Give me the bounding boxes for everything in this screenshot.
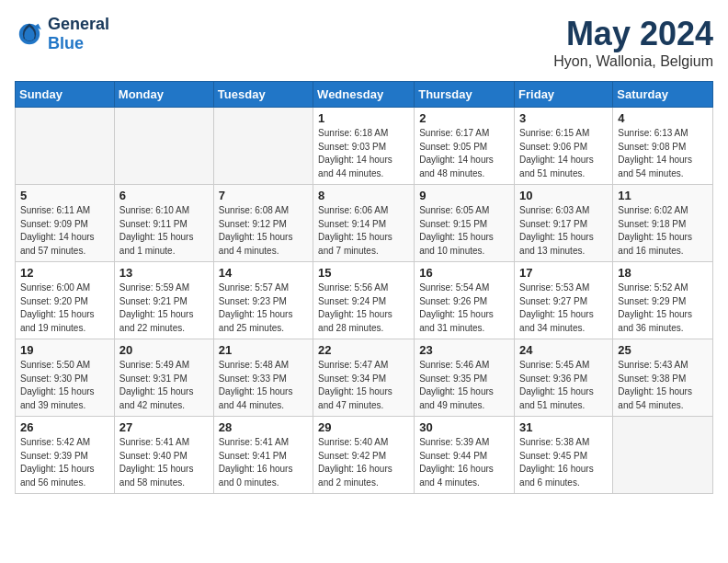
day-info: Sunrise: 5:57 AMSunset: 9:23 PMDaylight:… — [219, 282, 308, 335]
day-info: Sunrise: 6:05 AMSunset: 9:15 PMDaylight:… — [419, 204, 509, 258]
calendar-cell: 23Sunrise: 5:46 AMSunset: 9:35 PMDayligh… — [415, 339, 515, 417]
page-header: General Blue May 2024 Hyon, Wallonia, Be… — [15, 15, 713, 70]
calendar-cell — [114, 108, 213, 185]
calendar-week-row: 26Sunrise: 5:42 AMSunset: 9:39 PMDayligh… — [16, 417, 713, 494]
day-info: Sunrise: 5:40 AMSunset: 9:42 PMDaylight:… — [318, 436, 409, 489]
day-info: Sunrise: 5:53 AMSunset: 9:27 PMDaylight:… — [519, 282, 608, 335]
day-number: 5 — [20, 189, 109, 202]
day-info: Sunrise: 5:41 AMSunset: 9:40 PMDaylight:… — [119, 436, 209, 489]
calendar-cell: 3Sunrise: 6:15 AMSunset: 9:06 PMDaylight… — [515, 108, 613, 185]
calendar-cell: 5Sunrise: 6:11 AMSunset: 9:09 PMDaylight… — [16, 185, 115, 262]
day-info: Sunrise: 5:59 AMSunset: 9:21 PMDaylight:… — [119, 282, 209, 335]
day-number: 17 — [519, 266, 608, 280]
calendar-cell — [16, 108, 115, 185]
day-info: Sunrise: 5:39 AMSunset: 9:44 PMDaylight:… — [419, 436, 509, 489]
day-number: 18 — [618, 266, 708, 280]
day-number: 10 — [519, 189, 608, 202]
calendar-cell: 2Sunrise: 6:17 AMSunset: 9:05 PMDaylight… — [415, 108, 515, 185]
day-info: Sunrise: 6:13 AMSunset: 9:08 PMDaylight:… — [618, 127, 708, 180]
calendar-cell: 13Sunrise: 5:59 AMSunset: 9:21 PMDayligh… — [114, 262, 213, 339]
calendar-cell: 28Sunrise: 5:41 AMSunset: 9:41 PMDayligh… — [213, 417, 313, 494]
logo-text: General Blue — [48, 15, 109, 53]
calendar-cell: 15Sunrise: 5:56 AMSunset: 9:24 PMDayligh… — [313, 262, 415, 339]
calendar-cell: 16Sunrise: 5:54 AMSunset: 9:26 PMDayligh… — [415, 262, 515, 339]
calendar-table: SundayMondayTuesdayWednesdayThursdayFrid… — [15, 81, 713, 494]
day-number: 12 — [20, 266, 109, 280]
day-number: 9 — [419, 189, 509, 202]
day-number: 30 — [419, 420, 509, 434]
day-info: Sunrise: 6:11 AMSunset: 9:09 PMDaylight:… — [20, 204, 109, 258]
day-number: 23 — [419, 343, 509, 357]
calendar-cell: 27Sunrise: 5:41 AMSunset: 9:40 PMDayligh… — [114, 417, 213, 494]
day-number: 6 — [119, 189, 209, 202]
logo-general: General — [48, 15, 109, 33]
day-number: 15 — [318, 266, 409, 280]
day-info: Sunrise: 5:49 AMSunset: 9:31 PMDaylight:… — [119, 359, 209, 412]
day-number: 27 — [119, 420, 209, 434]
day-number: 3 — [519, 111, 608, 125]
weekday-header: Saturday — [613, 82, 713, 108]
day-number: 11 — [618, 189, 708, 202]
day-number: 24 — [519, 343, 608, 357]
calendar-cell: 31Sunrise: 5:38 AMSunset: 9:45 PMDayligh… — [515, 417, 613, 494]
day-number: 21 — [219, 343, 308, 357]
calendar-cell: 20Sunrise: 5:49 AMSunset: 9:31 PMDayligh… — [114, 339, 213, 417]
day-info: Sunrise: 5:43 AMSunset: 9:38 PMDaylight:… — [618, 359, 708, 412]
calendar-cell: 29Sunrise: 5:40 AMSunset: 9:42 PMDayligh… — [313, 417, 415, 494]
logo-icon — [15, 19, 44, 49]
calendar-cell: 6Sunrise: 6:10 AMSunset: 9:11 PMDaylight… — [114, 185, 213, 262]
calendar-week-row: 5Sunrise: 6:11 AMSunset: 9:09 PMDaylight… — [16, 185, 713, 262]
calendar-cell: 30Sunrise: 5:39 AMSunset: 9:44 PMDayligh… — [415, 417, 515, 494]
day-number: 22 — [318, 343, 409, 357]
day-info: Sunrise: 6:15 AMSunset: 9:06 PMDaylight:… — [519, 127, 608, 180]
day-number: 2 — [419, 111, 509, 125]
day-number: 19 — [20, 343, 109, 357]
day-info: Sunrise: 5:47 AMSunset: 9:34 PMDaylight:… — [318, 359, 409, 412]
calendar-cell: 24Sunrise: 5:45 AMSunset: 9:36 PMDayligh… — [515, 339, 613, 417]
calendar-cell: 21Sunrise: 5:48 AMSunset: 9:33 PMDayligh… — [213, 339, 313, 417]
day-number: 31 — [519, 420, 608, 434]
day-number: 4 — [618, 111, 708, 125]
day-info: Sunrise: 6:06 AMSunset: 9:14 PMDaylight:… — [318, 204, 409, 258]
calendar-cell: 14Sunrise: 5:57 AMSunset: 9:23 PMDayligh… — [213, 262, 313, 339]
title-block: May 2024 Hyon, Wallonia, Belgium — [553, 15, 713, 70]
day-info: Sunrise: 6:18 AMSunset: 9:03 PMDaylight:… — [318, 127, 409, 180]
day-number: 20 — [119, 343, 209, 357]
day-number: 7 — [219, 189, 308, 202]
calendar-cell: 25Sunrise: 5:43 AMSunset: 9:38 PMDayligh… — [613, 339, 713, 417]
logo-blue: Blue — [48, 34, 84, 52]
weekday-header: Monday — [114, 82, 213, 108]
logo: General Blue — [15, 15, 109, 53]
day-number: 14 — [219, 266, 308, 280]
day-info: Sunrise: 6:03 AMSunset: 9:17 PMDaylight:… — [519, 204, 608, 258]
weekday-header: Wednesday — [313, 82, 415, 108]
day-info: Sunrise: 5:42 AMSunset: 9:39 PMDaylight:… — [20, 436, 109, 489]
day-number: 1 — [318, 111, 409, 125]
calendar-cell: 8Sunrise: 6:06 AMSunset: 9:14 PMDaylight… — [313, 185, 415, 262]
calendar-cell: 22Sunrise: 5:47 AMSunset: 9:34 PMDayligh… — [313, 339, 415, 417]
day-info: Sunrise: 5:38 AMSunset: 9:45 PMDaylight:… — [519, 436, 608, 489]
day-info: Sunrise: 6:10 AMSunset: 9:11 PMDaylight:… — [119, 204, 209, 258]
calendar-cell: 9Sunrise: 6:05 AMSunset: 9:15 PMDaylight… — [415, 185, 515, 262]
calendar-cell: 11Sunrise: 6:02 AMSunset: 9:18 PMDayligh… — [613, 185, 713, 262]
day-number: 16 — [419, 266, 509, 280]
day-info: Sunrise: 5:46 AMSunset: 9:35 PMDaylight:… — [419, 359, 509, 412]
day-info: Sunrise: 6:02 AMSunset: 9:18 PMDaylight:… — [618, 204, 708, 258]
calendar-cell: 1Sunrise: 6:18 AMSunset: 9:03 PMDaylight… — [313, 108, 415, 185]
day-info: Sunrise: 6:00 AMSunset: 9:20 PMDaylight:… — [20, 282, 109, 335]
calendar-cell: 19Sunrise: 5:50 AMSunset: 9:30 PMDayligh… — [16, 339, 115, 417]
day-number: 29 — [318, 420, 409, 434]
day-number: 8 — [318, 189, 409, 202]
location-title: Hyon, Wallonia, Belgium — [553, 53, 713, 70]
day-info: Sunrise: 5:41 AMSunset: 9:41 PMDaylight:… — [219, 436, 308, 489]
calendar-cell — [213, 108, 313, 185]
day-number: 25 — [618, 343, 708, 357]
calendar-cell: 7Sunrise: 6:08 AMSunset: 9:12 PMDaylight… — [213, 185, 313, 262]
day-number: 13 — [119, 266, 209, 280]
calendar-cell: 26Sunrise: 5:42 AMSunset: 9:39 PMDayligh… — [16, 417, 115, 494]
weekday-header: Tuesday — [213, 82, 313, 108]
calendar-week-row: 12Sunrise: 6:00 AMSunset: 9:20 PMDayligh… — [16, 262, 713, 339]
day-info: Sunrise: 6:17 AMSunset: 9:05 PMDaylight:… — [419, 127, 509, 180]
calendar-cell — [613, 417, 713, 494]
day-info: Sunrise: 5:52 AMSunset: 9:29 PMDaylight:… — [618, 282, 708, 335]
